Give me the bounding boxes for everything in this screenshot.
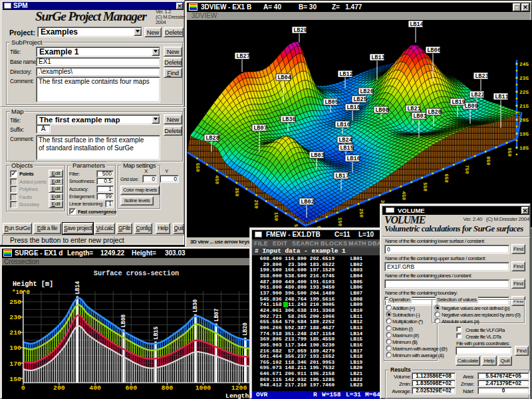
svg-text:150: 150: [337, 217, 342, 227]
svg-text:950: 950: [507, 148, 512, 157]
svg-text:245: 245: [519, 61, 529, 67]
svg-text:LB03: LB03: [311, 152, 325, 159]
svg-text:LB20: LB20: [428, 109, 442, 116]
svg-text:750: 750: [464, 165, 469, 174]
svg-text:LB29: LB29: [293, 27, 307, 34]
svg-text:LB23: LB23: [475, 73, 489, 80]
svg-text:205: 205: [519, 117, 529, 123]
svg-text:Height [m]: Height [m]: [13, 281, 53, 288]
svg-text:150: 150: [273, 212, 279, 221]
svg-text:LB02: LB02: [301, 199, 315, 205]
svg-text:LB11: LB11: [495, 94, 509, 100]
svg-text:225: 225: [519, 89, 529, 95]
svg-text:LB15: LB15: [340, 145, 354, 152]
svg-text:LB14: LB14: [74, 281, 80, 295]
svg-text:LB24: LB24: [338, 137, 352, 144]
svg-text:Surface cross-section: Surface cross-section: [94, 270, 179, 277]
svg-text:210: 210: [9, 329, 21, 336]
svg-text:550: 550: [422, 182, 428, 192]
svg-text:LB12: LB12: [339, 71, 353, 78]
svg-text:LB22: LB22: [471, 92, 485, 98]
svg-text:Length [m: Length [m: [225, 392, 252, 399]
svg-text:250: 250: [9, 299, 21, 306]
svg-text:LB07: LB07: [253, 125, 267, 132]
svg-text:1000: 1000: [196, 384, 211, 392]
svg-text:LB26: LB26: [360, 88, 374, 95]
svg-text:600: 600: [125, 384, 137, 392]
svg-text:LB14: LB14: [410, 21, 424, 28]
svg-text:800: 800: [162, 384, 174, 392]
svg-text:200: 200: [53, 384, 65, 392]
svg-text:LB30: LB30: [282, 116, 296, 123]
svg-text:400: 400: [89, 384, 101, 392]
svg-text:LB07: LB07: [213, 309, 219, 322]
svg-text:350: 350: [234, 188, 239, 197]
svg-text:LB16: LB16: [346, 156, 360, 162]
svg-text:250: 250: [358, 209, 364, 218]
svg-text:150: 150: [9, 376, 21, 383]
svg-text:0: 0: [21, 384, 25, 392]
svg-text:1200: 1200: [231, 384, 247, 392]
svg-text:LB19: LB19: [452, 99, 466, 106]
svg-text:LB06: LB06: [427, 47, 441, 54]
svg-text:LB09: LB09: [464, 103, 478, 110]
svg-text:LB30: LB30: [192, 299, 198, 313]
svg-text:235: 235: [519, 75, 529, 81]
svg-text:LB04: LB04: [277, 74, 291, 81]
svg-text:550: 550: [195, 163, 200, 172]
svg-text:LB25: LB25: [353, 96, 367, 103]
svg-text:230: 230: [9, 314, 21, 321]
svg-text:215: 215: [519, 103, 529, 109]
svg-text:170: 170: [9, 360, 21, 368]
svg-text:*10^0: *10^0: [12, 289, 30, 296]
svg-text:450: 450: [401, 191, 406, 200]
svg-text:LB01: LB01: [413, 113, 427, 120]
svg-text:195: 195: [519, 131, 529, 137]
svg-text:LB05: LB05: [325, 99, 338, 106]
svg-text:LB20: LB20: [242, 323, 248, 336]
svg-text:LB28: LB28: [205, 135, 219, 142]
svg-text:LB13: LB13: [371, 55, 385, 61]
svg-text:LB21: LB21: [407, 106, 421, 112]
svg-text:185: 185: [519, 145, 529, 151]
svg-text:LB17: LB17: [335, 173, 349, 180]
svg-text:LB18: LB18: [346, 104, 360, 111]
svg-text:850: 850: [485, 156, 491, 166]
svg-text:LB08: LB08: [375, 107, 389, 114]
svg-text:LB27: LB27: [236, 53, 250, 60]
svg-text:LB10: LB10: [336, 122, 350, 128]
svg-text:LB15: LB15: [153, 327, 159, 340]
svg-text:250: 250: [253, 200, 259, 209]
svg-text:650: 650: [444, 174, 449, 183]
svg-text:LB08: LB08: [120, 315, 126, 328]
svg-text:450: 450: [214, 176, 219, 185]
svg-text:190: 190: [9, 344, 21, 352]
